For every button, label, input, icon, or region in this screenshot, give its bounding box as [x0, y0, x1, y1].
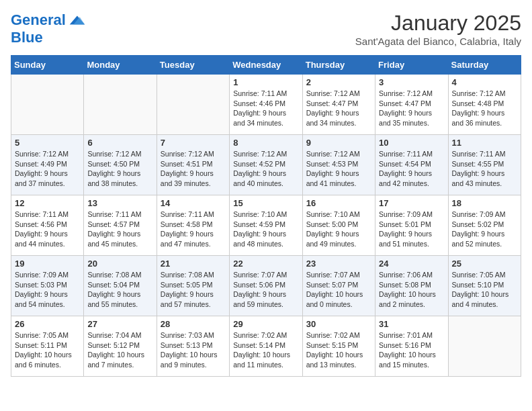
day-number: 24: [379, 259, 444, 269]
day-info: Sunrise: 7:11 AMSunset: 4:54 PMDaylight:…: [379, 149, 444, 189]
calendar-day-cell: 22Sunrise: 7:07 AMSunset: 5:06 PMDayligh…: [230, 256, 302, 316]
day-info: Sunrise: 7:01 AMSunset: 5:16 PMDaylight:…: [379, 330, 444, 370]
calendar-week-row: 5Sunrise: 7:12 AMSunset: 4:49 PMDaylight…: [11, 135, 521, 195]
day-info: Sunrise: 7:11 AMSunset: 4:56 PMDaylight:…: [15, 210, 80, 249]
day-info: Sunrise: 7:02 AMSunset: 5:15 PMDaylight:…: [306, 330, 371, 370]
weekday-header-tuesday: Tuesday: [157, 56, 229, 75]
calendar-day-cell: 30Sunrise: 7:02 AMSunset: 5:15 PMDayligh…: [302, 316, 375, 377]
weekday-header-monday: Monday: [84, 56, 157, 75]
calendar-day-cell: 5Sunrise: 7:12 AMSunset: 4:49 PMDaylight…: [11, 135, 84, 195]
day-info: Sunrise: 7:08 AMSunset: 5:04 PMDaylight:…: [87, 270, 152, 310]
calendar-day-cell: [11, 75, 84, 135]
day-info: Sunrise: 7:10 AMSunset: 5:00 PMDaylight:…: [306, 210, 371, 249]
day-info: Sunrise: 7:12 AMSunset: 4:50 PMDaylight:…: [87, 149, 152, 189]
day-info: Sunrise: 7:12 AMSunset: 4:52 PMDaylight:…: [233, 149, 298, 189]
day-number: 19: [15, 259, 80, 269]
day-number: 23: [306, 259, 371, 269]
day-number: 20: [87, 259, 152, 269]
day-info: Sunrise: 7:02 AMSunset: 5:14 PMDaylight:…: [233, 330, 298, 370]
day-info: Sunrise: 7:12 AMSunset: 4:48 PMDaylight:…: [452, 89, 517, 128]
calendar-week-row: 26Sunrise: 7:05 AMSunset: 5:11 PMDayligh…: [11, 316, 521, 377]
day-info: Sunrise: 7:12 AMSunset: 4:53 PMDaylight:…: [306, 149, 371, 189]
calendar-day-cell: 10Sunrise: 7:11 AMSunset: 4:54 PMDayligh…: [375, 135, 448, 195]
calendar-day-cell: 12Sunrise: 7:11 AMSunset: 4:56 PMDayligh…: [11, 195, 84, 256]
day-number: 3: [379, 77, 444, 87]
day-number: 6: [87, 138, 152, 148]
calendar-day-cell: [84, 75, 157, 135]
day-number: 21: [161, 259, 226, 269]
calendar-day-cell: 17Sunrise: 7:09 AMSunset: 5:01 PMDayligh…: [375, 195, 448, 256]
day-number: 17: [379, 198, 444, 208]
calendar-day-cell: 19Sunrise: 7:09 AMSunset: 5:03 PMDayligh…: [11, 256, 84, 316]
day-number: 2: [306, 77, 371, 87]
day-info: Sunrise: 7:06 AMSunset: 5:08 PMDaylight:…: [379, 270, 444, 310]
calendar-day-cell: 13Sunrise: 7:11 AMSunset: 4:57 PMDayligh…: [84, 195, 157, 256]
calendar-day-cell: 15Sunrise: 7:10 AMSunset: 4:59 PMDayligh…: [230, 195, 302, 256]
day-number: 5: [15, 138, 80, 148]
calendar-day-cell: 25Sunrise: 7:05 AMSunset: 5:10 PMDayligh…: [448, 256, 521, 316]
calendar-day-cell: 14Sunrise: 7:11 AMSunset: 4:58 PMDayligh…: [157, 195, 229, 256]
day-info: Sunrise: 7:11 AMSunset: 4:55 PMDaylight:…: [452, 149, 517, 189]
day-info: Sunrise: 7:03 AMSunset: 5:13 PMDaylight:…: [161, 330, 226, 370]
logo-blue-text: Blue: [11, 30, 86, 46]
calendar-day-cell: 11Sunrise: 7:11 AMSunset: 4:55 PMDayligh…: [448, 135, 521, 195]
day-info: Sunrise: 7:12 AMSunset: 4:51 PMDaylight:…: [161, 149, 226, 189]
page-header: General Blue January 2025 Sant'Agata del…: [11, 11, 521, 47]
calendar-day-cell: 29Sunrise: 7:02 AMSunset: 5:14 PMDayligh…: [230, 316, 302, 377]
calendar-day-cell: 16Sunrise: 7:10 AMSunset: 5:00 PMDayligh…: [302, 195, 375, 256]
day-number: 4: [452, 77, 517, 87]
day-info: Sunrise: 7:12 AMSunset: 4:47 PMDaylight:…: [379, 89, 444, 128]
day-number: 18: [452, 198, 517, 208]
calendar-day-cell: 18Sunrise: 7:09 AMSunset: 5:02 PMDayligh…: [448, 195, 521, 256]
day-number: 8: [233, 138, 298, 148]
location-title: Sant'Agata del Bianco, Calabria, Italy: [355, 36, 521, 47]
weekday-header-sunday: Sunday: [11, 56, 84, 75]
calendar-day-cell: 7Sunrise: 7:12 AMSunset: 4:51 PMDaylight…: [157, 135, 229, 195]
calendar-day-cell: 31Sunrise: 7:01 AMSunset: 5:16 PMDayligh…: [375, 316, 448, 377]
day-info: Sunrise: 7:09 AMSunset: 5:01 PMDaylight:…: [379, 210, 444, 249]
logo: General Blue: [11, 11, 86, 46]
calendar-day-cell: 27Sunrise: 7:04 AMSunset: 5:12 PMDayligh…: [84, 316, 157, 377]
day-info: Sunrise: 7:05 AMSunset: 5:11 PMDaylight:…: [15, 330, 80, 370]
calendar-week-row: 12Sunrise: 7:11 AMSunset: 4:56 PMDayligh…: [11, 195, 521, 256]
calendar-day-cell: 2Sunrise: 7:12 AMSunset: 4:47 PMDaylight…: [302, 75, 375, 135]
calendar-day-cell: [157, 75, 229, 135]
day-number: 9: [306, 138, 371, 148]
day-info: Sunrise: 7:11 AMSunset: 4:58 PMDaylight:…: [161, 210, 226, 249]
day-info: Sunrise: 7:10 AMSunset: 4:59 PMDaylight:…: [233, 210, 298, 249]
day-number: 10: [379, 138, 444, 148]
day-number: 1: [233, 77, 298, 87]
logo-text: General: [11, 12, 66, 28]
calendar-day-cell: 26Sunrise: 7:05 AMSunset: 5:11 PMDayligh…: [11, 316, 84, 377]
calendar-day-cell: 23Sunrise: 7:07 AMSunset: 5:07 PMDayligh…: [302, 256, 375, 316]
weekday-header-wednesday: Wednesday: [230, 56, 302, 75]
day-number: 28: [161, 319, 226, 329]
day-info: Sunrise: 7:09 AMSunset: 5:03 PMDaylight:…: [15, 270, 80, 310]
day-number: 12: [15, 198, 80, 208]
day-number: 14: [161, 198, 226, 208]
day-number: 15: [233, 198, 298, 208]
day-number: 16: [306, 198, 371, 208]
day-info: Sunrise: 7:11 AMSunset: 4:57 PMDaylight:…: [87, 210, 152, 249]
day-number: 25: [452, 259, 517, 269]
calendar-day-cell: 3Sunrise: 7:12 AMSunset: 4:47 PMDaylight…: [375, 75, 448, 135]
day-number: 13: [87, 198, 152, 208]
day-info: Sunrise: 7:12 AMSunset: 4:49 PMDaylight:…: [15, 149, 80, 189]
calendar-day-cell: [448, 316, 521, 377]
weekday-header-saturday: Saturday: [448, 56, 521, 75]
day-number: 30: [306, 319, 371, 329]
day-info: Sunrise: 7:07 AMSunset: 5:07 PMDaylight:…: [306, 270, 371, 310]
month-title: January 2025: [355, 11, 521, 36]
day-info: Sunrise: 7:12 AMSunset: 4:47 PMDaylight:…: [306, 89, 371, 128]
day-info: Sunrise: 7:07 AMSunset: 5:06 PMDaylight:…: [233, 270, 298, 310]
calendar-day-cell: 1Sunrise: 7:11 AMSunset: 4:46 PMDaylight…: [230, 75, 302, 135]
calendar-day-cell: 28Sunrise: 7:03 AMSunset: 5:13 PMDayligh…: [157, 316, 229, 377]
day-number: 7: [161, 138, 226, 148]
day-number: 26: [15, 319, 80, 329]
calendar-day-cell: 6Sunrise: 7:12 AMSunset: 4:50 PMDaylight…: [84, 135, 157, 195]
calendar-day-cell: 8Sunrise: 7:12 AMSunset: 4:52 PMDaylight…: [230, 135, 302, 195]
day-info: Sunrise: 7:11 AMSunset: 4:46 PMDaylight:…: [233, 89, 298, 128]
day-info: Sunrise: 7:05 AMSunset: 5:10 PMDaylight:…: [452, 270, 517, 310]
day-info: Sunrise: 7:08 AMSunset: 5:05 PMDaylight:…: [161, 270, 226, 310]
calendar-day-cell: 4Sunrise: 7:12 AMSunset: 4:48 PMDaylight…: [448, 75, 521, 135]
